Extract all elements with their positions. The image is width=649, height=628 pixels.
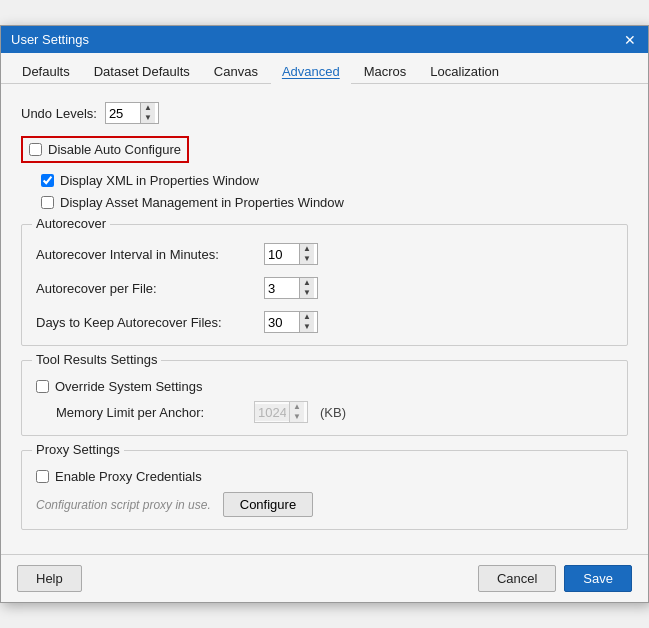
autorecover-interval-input[interactable] xyxy=(265,246,299,263)
days-increment-btn[interactable]: ▲ xyxy=(300,312,314,322)
autorecover-interval-label: Autorecover Interval in Minutes: xyxy=(36,247,256,262)
display-asset-row: Display Asset Management in Properties W… xyxy=(41,195,628,210)
dialog-title: User Settings xyxy=(11,32,89,47)
memory-limit-input xyxy=(255,404,289,421)
proxy-title: Proxy Settings xyxy=(32,442,124,457)
autorecover-title: Autorecover xyxy=(32,216,110,231)
enable-proxy-checkbox[interactable] xyxy=(36,470,49,483)
display-xml-row: Display XML in Properties Window xyxy=(41,173,628,188)
memory-decrement-btn: ▼ xyxy=(290,412,304,422)
tab-advanced[interactable]: Advanced xyxy=(271,59,351,84)
perfile-decrement-btn[interactable]: ▼ xyxy=(300,288,314,298)
autorecover-perfile-row: Autorecover per File: ▲ ▼ xyxy=(36,277,613,299)
configure-button[interactable]: Configure xyxy=(223,492,313,517)
autorecover-days-spinner[interactable]: ▲ ▼ xyxy=(264,311,318,333)
proxy-configure-row: Configuration script proxy in use. Confi… xyxy=(36,492,613,517)
enable-proxy-row: Enable Proxy Credentials xyxy=(36,469,613,484)
override-system-label: Override System Settings xyxy=(55,379,202,394)
memory-limit-label: Memory Limit per Anchor: xyxy=(56,405,246,420)
memory-limit-row: Memory Limit per Anchor: ▲ ▼ (KB) xyxy=(56,401,613,423)
settings-content: Undo Levels: ▲ ▼ Disable Auto Configure … xyxy=(1,84,648,554)
autorecover-interval-spinner[interactable]: ▲ ▼ xyxy=(264,243,318,265)
disable-auto-configure-row: Disable Auto Configure xyxy=(21,136,189,163)
cancel-button[interactable]: Cancel xyxy=(478,565,556,592)
memory-increment-btn: ▲ xyxy=(290,402,304,412)
footer-actions: Cancel Save xyxy=(478,565,632,592)
interval-increment-btn[interactable]: ▲ xyxy=(300,244,314,254)
undo-spinner-buttons: ▲ ▼ xyxy=(140,103,155,123)
proxy-section: Proxy Settings Enable Proxy Credentials … xyxy=(21,450,628,530)
disable-auto-configure-checkbox[interactable] xyxy=(29,143,42,156)
autorecover-interval-row: Autorecover Interval in Minutes: ▲ ▼ xyxy=(36,243,613,265)
tool-results-section: Tool Results Settings Override System Se… xyxy=(21,360,628,436)
autorecover-days-label: Days to Keep Autorecover Files: xyxy=(36,315,256,330)
undo-levels-row: Undo Levels: ▲ ▼ xyxy=(21,102,628,124)
perfile-increment-btn[interactable]: ▲ xyxy=(300,278,314,288)
user-settings-dialog: User Settings ✕ Defaults Dataset Default… xyxy=(0,25,649,603)
footer: Help Cancel Save xyxy=(1,554,648,602)
autorecover-days-row: Days to Keep Autorecover Files: ▲ ▼ xyxy=(36,311,613,333)
interval-decrement-btn[interactable]: ▼ xyxy=(300,254,314,264)
tab-bar: Defaults Dataset Defaults Canvas Advance… xyxy=(1,53,648,84)
undo-decrement-btn[interactable]: ▼ xyxy=(141,113,155,123)
override-system-checkbox[interactable] xyxy=(36,380,49,393)
days-decrement-btn[interactable]: ▼ xyxy=(300,322,314,332)
undo-levels-input[interactable] xyxy=(106,105,140,122)
enable-proxy-label: Enable Proxy Credentials xyxy=(55,469,202,484)
undo-increment-btn[interactable]: ▲ xyxy=(141,103,155,113)
autorecover-perfile-label: Autorecover per File: xyxy=(36,281,256,296)
tab-defaults[interactable]: Defaults xyxy=(11,59,81,84)
override-system-row: Override System Settings xyxy=(36,379,613,394)
tab-dataset-defaults[interactable]: Dataset Defaults xyxy=(83,59,201,84)
tab-macros[interactable]: Macros xyxy=(353,59,418,84)
save-button[interactable]: Save xyxy=(564,565,632,592)
close-button[interactable]: ✕ xyxy=(622,33,638,47)
display-asset-checkbox[interactable] xyxy=(41,196,54,209)
autorecover-perfile-spinner[interactable]: ▲ ▼ xyxy=(264,277,318,299)
tool-results-title: Tool Results Settings xyxy=(32,352,161,367)
undo-levels-spinner[interactable]: ▲ ▼ xyxy=(105,102,159,124)
proxy-hint: Configuration script proxy in use. xyxy=(36,498,211,512)
title-bar: User Settings ✕ xyxy=(1,26,648,53)
autorecover-perfile-input[interactable] xyxy=(265,280,299,297)
undo-levels-label: Undo Levels: xyxy=(21,106,97,121)
help-button[interactable]: Help xyxy=(17,565,82,592)
display-asset-label: Display Asset Management in Properties W… xyxy=(60,195,344,210)
memory-limit-spinner: ▲ ▼ xyxy=(254,401,308,423)
autorecover-section: Autorecover Autorecover Interval in Minu… xyxy=(21,224,628,346)
memory-unit-label: (KB) xyxy=(320,405,346,420)
display-xml-checkbox[interactable] xyxy=(41,174,54,187)
autorecover-days-input[interactable] xyxy=(265,314,299,331)
tab-canvas[interactable]: Canvas xyxy=(203,59,269,84)
tab-localization[interactable]: Localization xyxy=(419,59,510,84)
display-xml-label: Display XML in Properties Window xyxy=(60,173,259,188)
disable-auto-configure-label: Disable Auto Configure xyxy=(48,142,181,157)
